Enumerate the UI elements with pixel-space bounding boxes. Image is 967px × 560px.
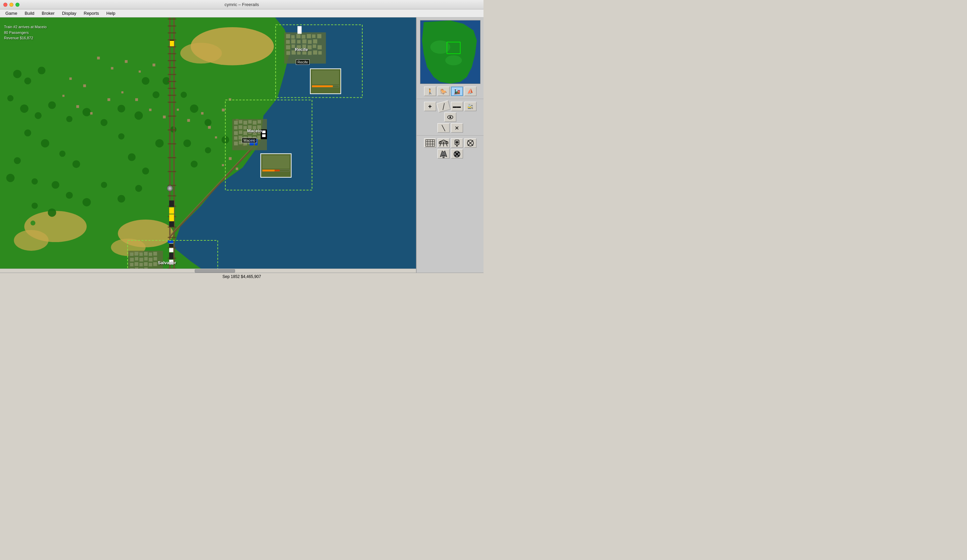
svg-point-22 (59, 151, 66, 157)
tool-track-x[interactable]: ✕ (451, 123, 463, 133)
menu-help[interactable]: Help (103, 10, 119, 16)
svg-point-18 (101, 119, 107, 126)
menu-build[interactable]: Build (21, 10, 38, 16)
svg-rect-64 (121, 91, 123, 93)
svg-rect-106 (168, 237, 176, 238)
svg-rect-88 (168, 53, 176, 54)
svg-rect-138 (313, 50, 317, 54)
menu-broker[interactable]: Broker (38, 10, 58, 16)
svg-rect-162 (248, 136, 251, 139)
map-background: ⚓ (0, 18, 416, 273)
svg-rect-206 (249, 139, 254, 145)
infra-tools-row1 (419, 138, 481, 148)
svg-rect-114 (291, 35, 294, 39)
svg-rect-87 (168, 46, 176, 47)
svg-rect-208 (168, 240, 173, 243)
tool-track-diag-back[interactable]: ╲ (437, 123, 450, 133)
transport-btn-horse[interactable]: 🐎 (437, 87, 450, 96)
svg-rect-193 (262, 130, 266, 133)
svg-rect-161 (243, 136, 247, 140)
svg-rect-56 (139, 71, 141, 72)
maximize-button[interactable] (15, 3, 20, 7)
tool-track-cross[interactable]: + (424, 102, 436, 111)
svg-rect-59 (83, 84, 86, 87)
tool-signal[interactable] (464, 138, 477, 148)
svg-point-229 (430, 40, 450, 54)
svg-point-38 (118, 133, 125, 140)
svg-rect-92 (168, 81, 176, 82)
svg-point-37 (135, 112, 143, 120)
status-bar: Sep 1852 $4,465,907 (0, 273, 484, 280)
svg-rect-204 (169, 253, 173, 259)
svg-rect-98 (168, 143, 176, 144)
svg-rect-175 (153, 252, 157, 255)
svg-line-241 (440, 142, 441, 147)
svg-rect-141 (234, 121, 238, 125)
transport-btn-walk[interactable]: 🚶 (424, 87, 436, 96)
horizontal-scrollbar[interactable] (0, 268, 416, 273)
svg-rect-93 (168, 88, 176, 89)
svg-rect-196 (170, 40, 174, 41)
svg-rect-209 (297, 26, 302, 34)
svg-rect-67 (163, 115, 165, 118)
transport-btn-ship[interactable]: ⛵ (464, 87, 477, 96)
svg-point-35 (142, 77, 149, 85)
svg-rect-83 (168, 18, 176, 20)
svg-rect-184 (139, 263, 143, 266)
notification-line1: Train #2 arrives at Maceio (4, 24, 47, 30)
svg-point-25 (7, 174, 15, 182)
svg-rect-226 (262, 170, 275, 171)
svg-point-26 (31, 178, 38, 184)
svg-point-52 (31, 221, 35, 225)
svg-rect-131 (313, 44, 316, 48)
menu-reports[interactable]: Reports (80, 10, 102, 16)
svg-point-48 (190, 104, 198, 113)
window-controls[interactable] (3, 3, 20, 7)
tool-track-diag-fwd[interactable]: ╱ (436, 100, 450, 112)
svg-point-45 (205, 147, 211, 153)
svg-point-39 (128, 153, 136, 161)
infra-tools-row2 (419, 149, 481, 158)
svg-rect-128 (297, 45, 301, 49)
game-canvas[interactable]: ⚓ Recife Recife Maceio Maceio Salvador T… (0, 18, 416, 273)
svg-rect-142 (239, 120, 242, 124)
svg-rect-90 (168, 67, 176, 68)
tool-signal-clear[interactable] (451, 138, 463, 148)
svg-rect-167 (243, 142, 247, 145)
toolbar-divider-2 (417, 135, 484, 136)
transport-btn-train[interactable]: 🚂 (451, 87, 463, 96)
svg-point-21 (41, 139, 50, 147)
svg-rect-65 (135, 98, 138, 101)
svg-rect-195 (170, 40, 174, 46)
tool-tunnel[interactable] (424, 138, 436, 148)
svg-point-233 (449, 117, 451, 118)
svg-point-28 (66, 192, 73, 199)
svg-rect-113 (286, 34, 290, 38)
minimap[interactable] (420, 20, 480, 84)
svg-rect-53 (97, 57, 100, 59)
menu-game[interactable]: Game (2, 10, 20, 16)
svg-rect-144 (248, 120, 251, 124)
svg-point-15 (48, 101, 56, 109)
svg-point-8 (14, 230, 48, 251)
svg-rect-68 (177, 109, 179, 111)
tool-mine[interactable] (451, 149, 463, 158)
svg-rect-149 (243, 126, 247, 129)
svg-rect-177 (135, 257, 138, 260)
tool-train-place[interactable]: 🚉 (464, 102, 477, 111)
tool-view[interactable] (444, 112, 456, 122)
svg-rect-137 (308, 51, 312, 55)
svg-rect-154 (239, 130, 242, 134)
svg-point-31 (117, 195, 125, 203)
minimize-button[interactable] (9, 3, 13, 7)
svg-rect-187 (153, 262, 157, 266)
svg-rect-164 (257, 136, 261, 139)
close-button[interactable] (3, 3, 7, 7)
svg-rect-122 (297, 40, 300, 43)
svg-rect-96 (168, 115, 176, 117)
tool-station[interactable]: ▬▬ (451, 102, 463, 111)
tool-remove[interactable] (437, 149, 450, 158)
menu-display[interactable]: Display (59, 10, 80, 16)
scrollbar-thumb[interactable] (195, 269, 235, 273)
tool-bridge[interactable] (437, 138, 450, 148)
